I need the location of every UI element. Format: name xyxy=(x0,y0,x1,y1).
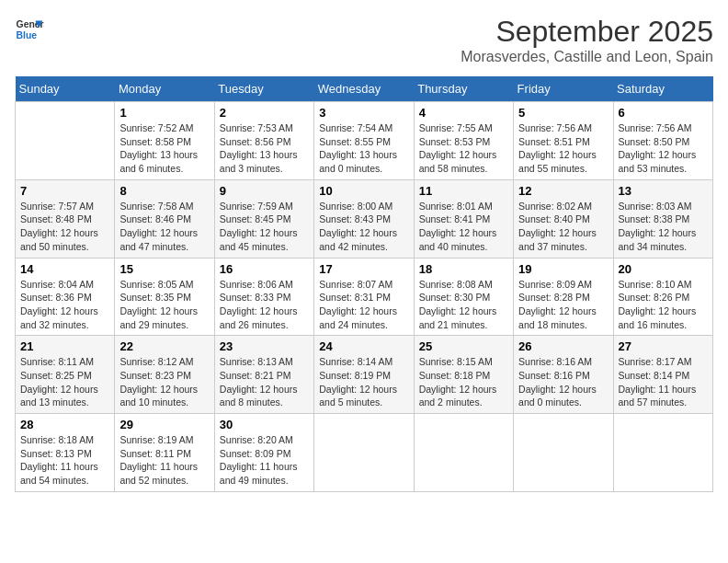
page-header: General Blue September 2025 Morasverdes,… xyxy=(15,15,713,65)
day-info: Sunrise: 7:56 AMSunset: 8:50 PMDaylight:… xyxy=(619,122,697,174)
weekday-header-row: SundayMondayTuesdayWednesdayThursdayFrid… xyxy=(16,76,713,102)
calendar-cell: 26 Sunrise: 8:16 AMSunset: 8:16 PMDaylig… xyxy=(514,336,613,414)
day-info: Sunrise: 8:11 AMSunset: 8:25 PMDaylight:… xyxy=(20,356,98,408)
calendar-cell: 1 Sunrise: 7:52 AMSunset: 8:58 PMDayligh… xyxy=(115,102,214,180)
day-info: Sunrise: 8:12 AMSunset: 8:23 PMDaylight:… xyxy=(119,356,198,408)
day-number: 8 xyxy=(119,184,209,198)
day-number: 22 xyxy=(119,339,209,353)
day-number: 28 xyxy=(20,418,109,431)
calendar-cell: 6 Sunrise: 7:56 AMSunset: 8:50 PMDayligh… xyxy=(613,102,712,180)
day-number: 3 xyxy=(319,106,408,120)
weekday-header-thursday: Thursday xyxy=(414,76,513,102)
day-info: Sunrise: 7:58 AMSunset: 8:46 PMDaylight:… xyxy=(119,201,198,252)
calendar-cell: 25 Sunrise: 8:15 AMSunset: 8:18 PMDaylig… xyxy=(414,336,513,414)
calendar-cell xyxy=(613,414,712,492)
weekday-header-friday: Friday xyxy=(514,76,613,102)
day-number: 4 xyxy=(419,106,508,120)
weekday-header-tuesday: Tuesday xyxy=(214,76,313,102)
calendar-cell: 8 Sunrise: 7:58 AMSunset: 8:46 PMDayligh… xyxy=(115,179,214,258)
day-info: Sunrise: 8:18 AMSunset: 8:13 PMDaylight:… xyxy=(20,434,98,486)
day-info: Sunrise: 7:55 AMSunset: 8:53 PMDaylight:… xyxy=(419,122,497,174)
day-info: Sunrise: 8:17 AMSunset: 8:14 PMDaylight:… xyxy=(619,356,697,408)
calendar-cell: 9 Sunrise: 7:59 AMSunset: 8:45 PMDayligh… xyxy=(214,179,313,258)
day-info: Sunrise: 8:02 AMSunset: 8:40 PMDaylight:… xyxy=(518,201,597,252)
day-info: Sunrise: 8:00 AMSunset: 8:43 PMDaylight:… xyxy=(319,201,397,252)
day-number: 16 xyxy=(220,262,309,276)
calendar-cell: 30 Sunrise: 8:20 AMSunset: 8:09 PMDaylig… xyxy=(214,414,313,492)
day-number: 29 xyxy=(119,418,209,431)
weekday-header-sunday: Sunday xyxy=(16,76,115,102)
day-number: 6 xyxy=(619,106,708,120)
calendar-cell: 12 Sunrise: 8:02 AMSunset: 8:40 PMDaylig… xyxy=(514,179,613,258)
calendar-cell: 4 Sunrise: 7:55 AMSunset: 8:53 PMDayligh… xyxy=(414,102,513,180)
calendar-cell: 16 Sunrise: 8:06 AMSunset: 8:33 PMDaylig… xyxy=(214,258,313,336)
svg-text:Blue: Blue xyxy=(17,30,38,40)
calendar-cell: 19 Sunrise: 8:09 AMSunset: 8:28 PMDaylig… xyxy=(514,258,613,336)
week-row-4: 21 Sunrise: 8:11 AMSunset: 8:25 PMDaylig… xyxy=(16,336,713,414)
weekday-header-wednesday: Wednesday xyxy=(314,76,414,102)
calendar-cell: 22 Sunrise: 8:12 AMSunset: 8:23 PMDaylig… xyxy=(115,336,214,414)
day-info: Sunrise: 8:15 AMSunset: 8:18 PMDaylight:… xyxy=(419,356,497,408)
day-info: Sunrise: 8:04 AMSunset: 8:36 PMDaylight:… xyxy=(20,279,98,330)
day-number: 27 xyxy=(619,339,708,353)
day-info: Sunrise: 8:10 AMSunset: 8:26 PMDaylight:… xyxy=(619,279,697,330)
day-number: 9 xyxy=(220,184,309,198)
day-number: 26 xyxy=(518,339,608,353)
day-info: Sunrise: 8:09 AMSunset: 8:28 PMDaylight:… xyxy=(518,279,597,330)
day-info: Sunrise: 8:19 AMSunset: 8:11 PMDaylight:… xyxy=(119,434,198,486)
month-title: September 2025 xyxy=(461,15,713,49)
day-info: Sunrise: 7:59 AMSunset: 8:45 PMDaylight:… xyxy=(220,201,298,252)
week-row-1: 1 Sunrise: 7:52 AMSunset: 8:58 PMDayligh… xyxy=(16,102,713,180)
week-row-2: 7 Sunrise: 7:57 AMSunset: 8:48 PMDayligh… xyxy=(16,179,713,258)
title-block: September 2025 Morasverdes, Castille and… xyxy=(461,15,713,65)
logo-icon: General Blue xyxy=(15,15,44,44)
day-number: 30 xyxy=(220,418,309,431)
day-info: Sunrise: 7:52 AMSunset: 8:58 PMDaylight:… xyxy=(119,122,198,174)
day-number: 14 xyxy=(20,262,109,276)
day-number: 23 xyxy=(220,339,309,353)
day-number: 15 xyxy=(119,262,209,276)
calendar-cell: 11 Sunrise: 8:01 AMSunset: 8:41 PMDaylig… xyxy=(414,179,513,258)
day-info: Sunrise: 8:06 AMSunset: 8:33 PMDaylight:… xyxy=(220,279,298,330)
day-info: Sunrise: 7:57 AMSunset: 8:48 PMDaylight:… xyxy=(20,201,98,252)
week-row-3: 14 Sunrise: 8:04 AMSunset: 8:36 PMDaylig… xyxy=(16,258,713,336)
calendar-cell: 21 Sunrise: 8:11 AMSunset: 8:25 PMDaylig… xyxy=(16,336,115,414)
calendar-cell xyxy=(514,414,613,492)
calendar-cell: 27 Sunrise: 8:17 AMSunset: 8:14 PMDaylig… xyxy=(613,336,712,414)
calendar-cell: 5 Sunrise: 7:56 AMSunset: 8:51 PMDayligh… xyxy=(514,102,613,180)
weekday-header-monday: Monday xyxy=(115,76,214,102)
calendar-cell: 14 Sunrise: 8:04 AMSunset: 8:36 PMDaylig… xyxy=(16,258,115,336)
calendar-cell: 2 Sunrise: 7:53 AMSunset: 8:56 PMDayligh… xyxy=(214,102,313,180)
day-number: 20 xyxy=(619,262,708,276)
day-info: Sunrise: 8:14 AMSunset: 8:19 PMDaylight:… xyxy=(319,356,397,408)
calendar-cell: 28 Sunrise: 8:18 AMSunset: 8:13 PMDaylig… xyxy=(16,414,115,492)
day-number: 17 xyxy=(319,262,408,276)
day-info: Sunrise: 7:54 AMSunset: 8:55 PMDaylight:… xyxy=(319,122,397,174)
day-info: Sunrise: 8:13 AMSunset: 8:21 PMDaylight:… xyxy=(220,356,298,408)
day-number: 10 xyxy=(319,184,408,198)
day-number: 19 xyxy=(518,262,608,276)
day-info: Sunrise: 8:03 AMSunset: 8:38 PMDaylight:… xyxy=(619,201,697,252)
calendar-cell: 10 Sunrise: 8:00 AMSunset: 8:43 PMDaylig… xyxy=(314,179,414,258)
day-number: 21 xyxy=(20,339,109,353)
location-title: Morasverdes, Castille and Leon, Spain xyxy=(461,49,713,65)
day-info: Sunrise: 8:16 AMSunset: 8:16 PMDaylight:… xyxy=(518,356,597,408)
calendar-cell xyxy=(16,102,115,180)
calendar-cell xyxy=(314,414,414,492)
calendar-cell: 15 Sunrise: 8:05 AMSunset: 8:35 PMDaylig… xyxy=(115,258,214,336)
week-row-5: 28 Sunrise: 8:18 AMSunset: 8:13 PMDaylig… xyxy=(16,414,713,492)
day-number: 5 xyxy=(518,106,608,120)
calendar-table: SundayMondayTuesdayWednesdayThursdayFrid… xyxy=(15,76,713,492)
calendar-cell: 20 Sunrise: 8:10 AMSunset: 8:26 PMDaylig… xyxy=(613,258,712,336)
calendar-cell: 13 Sunrise: 8:03 AMSunset: 8:38 PMDaylig… xyxy=(613,179,712,258)
day-number: 2 xyxy=(220,106,309,120)
day-info: Sunrise: 8:08 AMSunset: 8:30 PMDaylight:… xyxy=(419,279,497,330)
day-info: Sunrise: 7:53 AMSunset: 8:56 PMDaylight:… xyxy=(220,122,298,174)
day-info: Sunrise: 8:20 AMSunset: 8:09 PMDaylight:… xyxy=(220,434,298,486)
calendar-cell: 29 Sunrise: 8:19 AMSunset: 8:11 PMDaylig… xyxy=(115,414,214,492)
calendar-cell: 7 Sunrise: 7:57 AMSunset: 8:48 PMDayligh… xyxy=(16,179,115,258)
calendar-cell: 17 Sunrise: 8:07 AMSunset: 8:31 PMDaylig… xyxy=(314,258,414,336)
day-info: Sunrise: 8:07 AMSunset: 8:31 PMDaylight:… xyxy=(319,279,397,330)
day-number: 25 xyxy=(419,339,508,353)
day-info: Sunrise: 8:05 AMSunset: 8:35 PMDaylight:… xyxy=(119,279,198,330)
